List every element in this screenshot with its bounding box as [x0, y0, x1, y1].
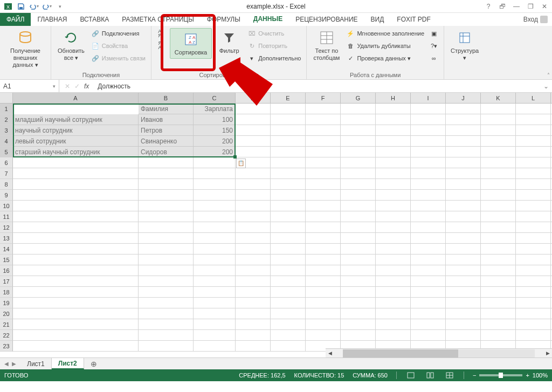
cell[interactable] — [516, 298, 551, 308]
cell[interactable] — [341, 276, 376, 286]
cell[interactable] — [139, 233, 194, 243]
whatif-button[interactable]: ?▾ — [429, 40, 439, 51]
flash-fill-button[interactable]: ⚡Мгновенное заполнение — [345, 28, 425, 39]
cell[interactable]: Иванов — [139, 114, 194, 125]
col-header[interactable]: H — [376, 93, 411, 103]
cell[interactable] — [341, 168, 376, 178]
cell[interactable]: Свинаренко — [139, 136, 194, 146]
cell[interactable] — [194, 319, 236, 329]
cell[interactable] — [481, 168, 516, 178]
remove-duplicates-button[interactable]: 🗑Удалить дубликаты — [345, 40, 425, 51]
cell[interactable] — [481, 330, 516, 340]
cell[interactable] — [236, 125, 271, 135]
cell[interactable] — [139, 341, 194, 351]
cell[interactable] — [411, 114, 446, 125]
text-to-columns-button[interactable]: Текст по столбцам — [311, 28, 342, 63]
cell[interactable] — [481, 190, 516, 200]
undo-icon[interactable]: ▾ — [28, 1, 40, 12]
cell[interactable] — [139, 190, 194, 200]
cell[interactable] — [411, 244, 446, 254]
col-header[interactable]: J — [446, 93, 481, 103]
row-header[interactable]: 12 — [0, 222, 13, 233]
cell[interactable] — [271, 179, 306, 189]
cell[interactable] — [516, 114, 551, 125]
cell[interactable] — [341, 136, 376, 146]
cell[interactable] — [194, 330, 236, 340]
col-header[interactable]: F — [306, 93, 341, 103]
cell[interactable] — [481, 276, 516, 286]
cell[interactable] — [194, 341, 236, 351]
cell[interactable] — [516, 179, 551, 189]
cell[interactable] — [481, 308, 516, 319]
cell[interactable] — [516, 222, 551, 232]
cell[interactable] — [446, 319, 481, 329]
cell[interactable] — [516, 244, 551, 254]
cell[interactable] — [271, 265, 306, 276]
row-header[interactable]: 16 — [0, 265, 13, 276]
cell[interactable]: научный сотрудник — [13, 125, 139, 135]
cell[interactable] — [481, 125, 516, 135]
cell[interactable] — [139, 319, 194, 329]
tab-insert[interactable]: ВСТАВКА — [73, 13, 115, 26]
cell[interactable] — [271, 233, 306, 243]
cell[interactable] — [139, 298, 194, 308]
enter-formula-icon[interactable]: ✓ — [74, 82, 80, 90]
row-header[interactable]: 21 — [0, 319, 13, 330]
cell[interactable] — [194, 233, 236, 243]
cells-area[interactable]: ДолжностьФамилияЗарплатамладший научный … — [13, 104, 552, 357]
sort-desc-button[interactable]: ЯА↓ — [156, 40, 167, 51]
cell[interactable] — [341, 298, 376, 308]
cell[interactable] — [236, 308, 271, 319]
cell[interactable] — [516, 201, 551, 211]
cell[interactable] — [446, 136, 481, 146]
cell[interactable] — [411, 287, 446, 297]
select-all-corner[interactable] — [0, 93, 13, 103]
cell[interactable] — [376, 168, 411, 178]
cell[interactable] — [13, 211, 139, 222]
row-header[interactable]: 6 — [0, 157, 13, 168]
ribbon-display-icon[interactable]: 🗗 — [496, 1, 509, 12]
cell[interactable] — [411, 222, 446, 232]
cell[interactable] — [271, 147, 306, 157]
cell[interactable] — [306, 255, 341, 265]
cell[interactable] — [306, 190, 341, 200]
cell[interactable] — [341, 308, 376, 319]
cell[interactable] — [236, 114, 271, 125]
cell[interactable] — [341, 244, 376, 254]
col-header[interactable]: G — [341, 93, 376, 103]
row-header[interactable]: 22 — [0, 330, 13, 341]
clear-filter-button[interactable]: ⌧Очистить — [246, 28, 302, 39]
sheet-tab[interactable]: Лист2 — [52, 358, 84, 369]
cell[interactable] — [376, 104, 411, 114]
cell[interactable] — [306, 222, 341, 232]
cell[interactable] — [446, 255, 481, 265]
connections-button[interactable]: 🔗Подключения — [90, 28, 147, 39]
cell[interactable] — [446, 190, 481, 200]
zoom-slider[interactable] — [479, 374, 522, 376]
cell[interactable]: 100 — [194, 114, 236, 125]
cell[interactable] — [139, 265, 194, 276]
cell[interactable] — [341, 255, 376, 265]
cell[interactable] — [376, 211, 411, 222]
sheet-tab[interactable]: Лист1 — [20, 358, 52, 369]
cell[interactable] — [376, 136, 411, 146]
cell[interactable] — [341, 287, 376, 297]
cell[interactable] — [446, 298, 481, 308]
cell[interactable] — [236, 319, 271, 329]
cell[interactable] — [516, 104, 551, 114]
sign-in[interactable]: Вход — [519, 13, 552, 26]
cell[interactable] — [341, 125, 376, 135]
cell[interactable] — [411, 276, 446, 286]
row-header[interactable]: 13 — [0, 233, 13, 244]
zoom-level[interactable]: 100% — [533, 372, 548, 379]
consolidate-button[interactable]: ▣ — [429, 28, 439, 39]
cell[interactable] — [236, 330, 271, 340]
collapse-ribbon-icon[interactable]: ˄ — [547, 72, 550, 78]
cell[interactable]: 150 — [194, 125, 236, 135]
cell[interactable] — [516, 276, 551, 286]
cell[interactable] — [13, 222, 139, 232]
cell[interactable] — [13, 319, 139, 329]
cell[interactable] — [236, 211, 271, 222]
cell[interactable] — [271, 308, 306, 319]
col-header[interactable]: C — [194, 93, 236, 103]
